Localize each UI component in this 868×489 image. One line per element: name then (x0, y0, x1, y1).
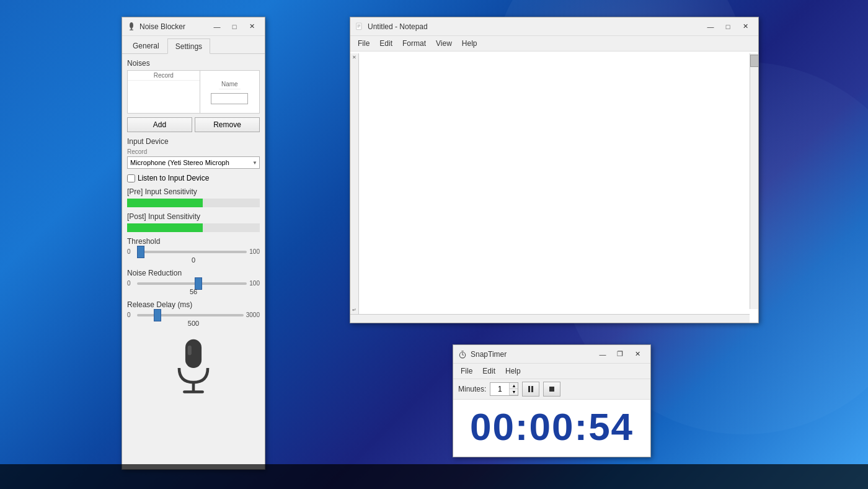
noises-col-name: Name (219, 79, 241, 89)
svg-rect-17 (549, 387, 554, 392)
remove-button[interactable]: Remove (195, 117, 260, 132)
snaptimer-close[interactable]: ✕ (629, 348, 645, 361)
noises-area: Record Name (127, 70, 260, 114)
release-delay-max: 3000 (246, 312, 260, 318)
notepad-hscrollbar (350, 314, 750, 323)
snaptimer-titlebar-left: SnapTimer (458, 350, 507, 359)
notepad-menu-edit[interactable]: Edit (374, 37, 397, 50)
post-sensitivity-section: [Post] Input Sensitivity (127, 212, 260, 232)
noise-reduction-min: 0 (127, 280, 135, 287)
notepad-window: Untitled - Notepad — □ ✕ File Edit Forma… (350, 17, 759, 323)
post-sensitivity-label: [Post] Input Sensitivity (127, 212, 260, 221)
release-delay-slider[interactable] (137, 314, 244, 316)
noises-col-record: Record (128, 71, 200, 81)
nb-settings-content: Noises Record Name Add Remove Inp (122, 54, 265, 404)
snaptimer-minimize[interactable]: — (595, 348, 611, 361)
pre-sensitivity-bar (127, 199, 260, 207)
add-button[interactable]: Add (127, 117, 192, 132)
svg-rect-5 (183, 390, 204, 393)
input-device-dropdown-wrapper: Microphone (Yeti Stereo Microph (127, 156, 260, 169)
svg-rect-1 (131, 28, 132, 29)
svg-rect-7 (356, 23, 361, 30)
listen-checkbox-row: Listen to Input Device (127, 174, 260, 182)
snaptimer-stop-button[interactable] (543, 382, 560, 397)
scroll-x-btn[interactable]: ✕ (352, 55, 356, 60)
listen-label: Listen to Input Device (138, 174, 209, 182)
snaptimer-controls-bar: Minutes: ▲ ▼ (453, 379, 650, 400)
noise-name-input[interactable] (211, 93, 248, 104)
threshold-slider[interactable] (137, 251, 247, 253)
input-device-select[interactable]: Microphone (Yeti Stereo Microph (127, 156, 260, 169)
scroll-wrap-btn[interactable]: ↵ (352, 307, 356, 313)
snaptimer-minutes-label: Minutes: (458, 385, 486, 393)
noise-reduction-slider[interactable] (137, 282, 247, 285)
svg-point-0 (130, 22, 133, 28)
notepad-scrollbar-thumb[interactable] (750, 55, 759, 67)
snaptimer-minutes-input[interactable] (490, 383, 509, 395)
noise-blocker-window: Noise Blocker — □ ✕ General Settings Noi… (122, 17, 265, 470)
notepad-close[interactable]: ✕ (737, 20, 753, 33)
input-device-section: Input Device Record Microphone (Yeti Ste… (127, 137, 260, 169)
notepad-menu-format[interactable]: Format (397, 37, 431, 50)
noise-reduction-max: 100 (249, 280, 260, 287)
svg-rect-6 (188, 346, 192, 355)
snaptimer-arrows: ▲ ▼ (509, 383, 518, 395)
noises-label: Noises (127, 59, 260, 68)
snaptimer-menu-help[interactable]: Help (500, 365, 526, 377)
threshold-section: Threshold 0 100 0 (127, 237, 260, 264)
pre-sensitivity-fill (127, 199, 203, 207)
desktop: Noise Blocker — □ ✕ General Settings Noi… (0, 0, 868, 489)
snaptimer-title: SnapTimer (471, 350, 507, 359)
threshold-label: Threshold (127, 237, 260, 246)
snaptimer-menu-edit[interactable]: Edit (477, 365, 500, 377)
noise-blocker-titlebar: Noise Blocker — □ ✕ (122, 17, 265, 36)
notepad-menu-help[interactable]: Help (457, 37, 482, 50)
snaptimer-titlebar: SnapTimer — ❐ ✕ (453, 345, 650, 364)
threshold-min: 0 (127, 248, 135, 255)
noises-btn-row: Add Remove (127, 117, 260, 132)
pause-icon (527, 385, 534, 393)
post-sensitivity-fill (127, 223, 203, 232)
snaptimer-down-arrow[interactable]: ▼ (509, 389, 518, 395)
notepad-controls: — □ ✕ (702, 20, 753, 33)
noise-reduction-slider-container: 0 100 (127, 280, 260, 287)
titlebar-left: Noise Blocker (127, 22, 185, 31)
noises-section: Noises Record Name Add Remove (127, 59, 260, 132)
release-delay-slider-container: 0 3000 (127, 312, 260, 318)
snaptimer-restore[interactable]: ❐ (612, 348, 628, 361)
release-delay-min: 0 (127, 312, 135, 318)
notepad-icon (355, 22, 364, 31)
snaptimer-pause-button[interactable] (522, 382, 539, 397)
input-device-record-label: Record (127, 148, 260, 155)
threshold-max: 100 (249, 248, 260, 255)
notepad-minimize[interactable]: — (702, 20, 719, 33)
noises-list: Record (128, 71, 200, 113)
svg-rect-16 (531, 386, 533, 392)
stop-icon (548, 385, 556, 393)
notepad-title: Untitled - Notepad (368, 22, 428, 31)
noise-blocker-icon (127, 22, 136, 31)
close-button[interactable]: ✕ (244, 20, 260, 33)
svg-rect-2 (130, 29, 133, 30)
snaptimer-spinner: ▲ ▼ (490, 382, 518, 396)
svg-rect-14 (461, 351, 464, 351)
svg-rect-3 (185, 339, 202, 368)
tab-settings[interactable]: Settings (167, 38, 210, 54)
pre-sensitivity-section: [Pre] Input Sensitivity (127, 187, 260, 207)
noise-blocker-title: Noise Blocker (140, 22, 185, 31)
notepad-menu-file[interactable]: File (353, 37, 374, 50)
minimize-button[interactable]: — (209, 20, 225, 33)
listen-checkbox[interactable] (127, 174, 135, 182)
notepad-menu-view[interactable]: View (431, 37, 457, 50)
notepad-maximize[interactable]: □ (720, 20, 736, 33)
svg-rect-15 (528, 386, 530, 392)
snaptimer-menu-file[interactable]: File (456, 365, 477, 377)
notepad-scrollbar (750, 53, 758, 309)
post-sensitivity-bar (127, 223, 260, 232)
notepad-content[interactable] (350, 52, 758, 321)
notepad-left-scroll: ✕ ↵ (350, 53, 359, 314)
tab-general[interactable]: General (125, 38, 167, 53)
threshold-slider-container: 0 100 (127, 248, 260, 255)
maximize-button[interactable]: □ (226, 20, 242, 33)
snaptimer-up-arrow[interactable]: ▲ (509, 383, 518, 389)
